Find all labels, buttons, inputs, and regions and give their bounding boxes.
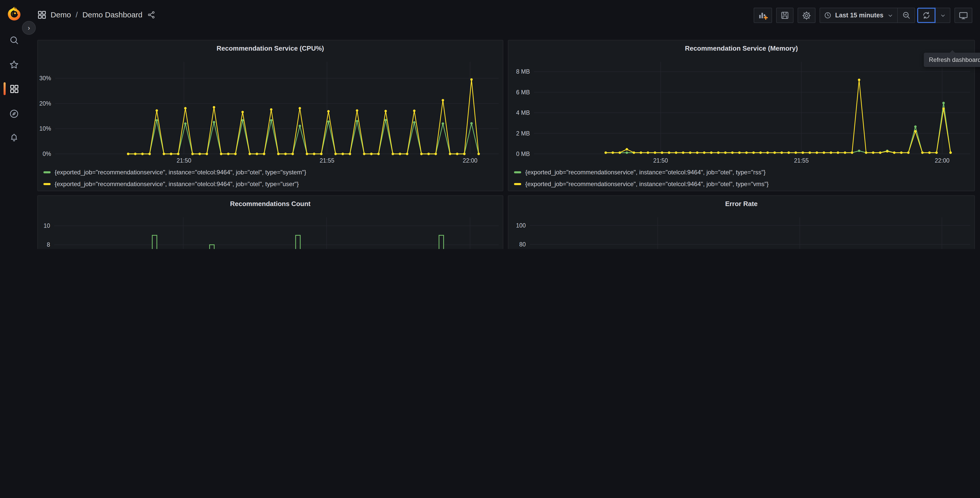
sidebar-item-explore[interactable] <box>3 103 24 124</box>
sidebar-item-search[interactable] <box>3 30 24 51</box>
svg-text:4 MB: 4 MB <box>516 109 530 116</box>
search-icon <box>9 35 19 46</box>
chart-canvas[interactable]: 21:5021:5522:00020406080100 <box>508 196 974 249</box>
star-icon <box>9 59 19 70</box>
sidebar-item-starred[interactable] <box>3 54 24 75</box>
sidebar-item-alerting[interactable] <box>3 127 24 148</box>
refresh-tooltip: Refresh dashboard <box>924 53 980 67</box>
refresh-dashboard-button[interactable] <box>917 8 935 23</box>
svg-text:6 MB: 6 MB <box>516 89 530 96</box>
add-panel-button[interactable] <box>753 8 772 23</box>
svg-text:10%: 10% <box>39 125 51 132</box>
breadcrumb-dashboard: Demo Dashboard <box>82 10 142 19</box>
svg-text:8 MB: 8 MB <box>516 68 530 75</box>
svg-text:21:50: 21:50 <box>177 157 191 164</box>
zoom-out-button[interactable] <box>898 8 915 23</box>
breadcrumb-folder[interactable]: Demo <box>51 10 71 19</box>
series-color-swatch <box>514 183 521 185</box>
tv-kiosk-button[interactable] <box>955 8 972 23</box>
svg-text:100: 100 <box>516 222 526 229</box>
grafana-app: › Demo / Demo Das <box>0 0 980 249</box>
legend-label: {exported_job="recommendationservice", i… <box>525 180 769 187</box>
panel-error-rate: Error Rate 21:5021:5522:00020406080100 {… <box>508 195 975 249</box>
legend-item[interactable]: {exported_job="recommendationservice", i… <box>514 166 971 178</box>
dashboards-icon <box>9 84 19 94</box>
svg-text:8: 8 <box>47 241 50 248</box>
time-range-label: Last 15 minutes <box>835 12 883 19</box>
legend-item[interactable]: {exported_job="recommendationservice", i… <box>43 166 500 178</box>
time-range-picker[interactable]: Last 15 minutes <box>819 8 898 23</box>
dashboard-grid-icon <box>38 11 46 19</box>
tv-monitor-icon <box>959 11 968 20</box>
share-icon[interactable] <box>147 11 155 19</box>
zoom-out-icon <box>902 11 911 20</box>
sidebar: › <box>0 0 28 249</box>
legend-label: {exported_job="recommendationservice", i… <box>525 168 766 176</box>
svg-text:20%: 20% <box>39 100 51 107</box>
dashboard-settings-button[interactable] <box>797 8 815 23</box>
legend: {exported_job="recommendationservice", i… <box>43 166 500 190</box>
breadcrumb-separator: / <box>76 10 78 19</box>
panel-recommendation-memory: Recommendation Service (Memory) 21:5021:… <box>508 40 975 191</box>
svg-text:21:55: 21:55 <box>320 157 334 164</box>
save-dashboard-button[interactable] <box>776 8 793 23</box>
legend-item[interactable]: {exported_job="recommendationservice", i… <box>514 178 971 190</box>
legend-label: {exported_job="recommendationservice", i… <box>55 168 306 176</box>
refresh-icon <box>922 11 931 20</box>
sidebar-expand-button[interactable]: › <box>22 21 36 35</box>
svg-text:22:00: 22:00 <box>463 157 477 164</box>
svg-text:0 MB: 0 MB <box>516 150 530 157</box>
active-indicator <box>3 82 5 95</box>
svg-text:80: 80 <box>519 241 526 248</box>
sidebar-item-dashboards[interactable] <box>3 78 24 99</box>
breadcrumb: Demo / Demo Dashboard <box>38 10 155 19</box>
header: Demo / Demo Dashboard <box>28 0 980 32</box>
svg-text:10: 10 <box>43 222 50 229</box>
alerting-bell-icon <box>9 132 19 143</box>
svg-text:22:00: 22:00 <box>935 157 950 164</box>
chevron-down-icon <box>887 12 894 19</box>
chevron-down-icon <box>939 12 946 19</box>
gear-icon <box>802 11 811 20</box>
svg-text:21:50: 21:50 <box>653 157 668 164</box>
series-color-swatch <box>43 183 51 185</box>
grafana-logo-icon[interactable] <box>6 6 22 22</box>
svg-text:21:55: 21:55 <box>794 157 809 164</box>
svg-text:2 MB: 2 MB <box>516 130 530 137</box>
svg-text:0%: 0% <box>43 150 51 157</box>
refresh-interval-button[interactable] <box>935 8 950 23</box>
chart-canvas[interactable]: 21:5021:5522:000246810 <box>38 196 503 249</box>
clock-icon <box>823 11 832 19</box>
explore-compass-icon <box>9 109 19 119</box>
svg-text:30%: 30% <box>39 75 51 81</box>
toolbar: Last 15 minutes <box>753 8 972 23</box>
series-color-swatch <box>43 171 51 173</box>
add-panel-icon <box>757 10 768 21</box>
legend-label: {exported_job="recommendationservice", i… <box>55 180 299 187</box>
panel-recommendations-count: Recommendations Count 21:5021:5522:00024… <box>37 195 503 249</box>
save-icon <box>780 11 789 20</box>
legend-item[interactable]: {exported_job="recommendationservice", i… <box>43 178 500 190</box>
series-color-swatch <box>514 171 521 173</box>
panel-recommendation-cpu: Recommendation Service (CPU%) 21:5021:55… <box>37 40 503 191</box>
legend: {exported_job="recommendationservice", i… <box>514 166 971 190</box>
